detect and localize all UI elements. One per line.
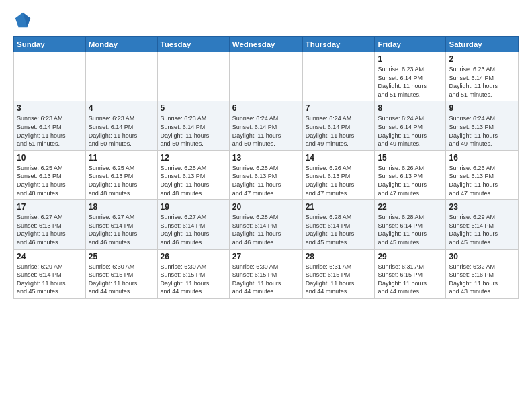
day-info: Sunrise: 6:23 AM Sunset: 6:14 PM Dayligh… [378,65,443,99]
day-number: 30 [449,252,515,261]
calendar-cell: 26Sunrise: 6:30 AM Sunset: 6:15 PM Dayli… [157,249,229,298]
calendar-cell [302,52,375,101]
day-number: 11 [89,153,154,163]
weekday-header-thursday: Thursday [302,37,375,52]
day-info: Sunrise: 6:28 AM Sunset: 6:14 PM Dayligh… [232,213,300,246]
day-number: 17 [17,202,83,212]
day-number: 9 [449,103,515,113]
calendar-cell: 10Sunrise: 6:25 AM Sunset: 6:13 PM Dayli… [14,150,86,199]
day-number: 10 [17,153,83,163]
day-number: 29 [378,252,443,261]
day-number: 21 [306,202,372,212]
calendar-cell: 6Sunrise: 6:24 AM Sunset: 6:14 PM Daylig… [229,101,302,150]
calendar-cell: 13Sunrise: 6:25 AM Sunset: 6:13 PM Dayli… [229,150,302,199]
day-info: Sunrise: 6:30 AM Sunset: 6:15 PM Dayligh… [161,263,226,296]
calendar-week-row: 10Sunrise: 6:25 AM Sunset: 6:13 PM Dayli… [14,150,519,199]
calendar-cell: 27Sunrise: 6:30 AM Sunset: 6:15 PM Dayli… [229,249,302,298]
day-info: Sunrise: 6:28 AM Sunset: 6:14 PM Dayligh… [306,213,372,246]
calendar-cell: 4Sunrise: 6:23 AM Sunset: 6:14 PM Daylig… [85,101,157,150]
day-info: Sunrise: 6:26 AM Sunset: 6:13 PM Dayligh… [378,164,443,197]
day-info: Sunrise: 6:24 AM Sunset: 6:13 PM Dayligh… [449,114,515,148]
weekday-header-friday: Friday [375,37,446,52]
calendar-cell: 2Sunrise: 6:23 AM Sunset: 6:14 PM Daylig… [446,52,519,101]
calendar-cell: 1Sunrise: 6:23 AM Sunset: 6:14 PM Daylig… [375,52,446,101]
calendar-cell [229,52,302,101]
day-info: Sunrise: 6:30 AM Sunset: 6:15 PM Dayligh… [89,263,154,296]
logo-icon [13,11,32,30]
day-info: Sunrise: 6:25 AM Sunset: 6:13 PM Dayligh… [232,164,300,197]
calendar-cell: 29Sunrise: 6:31 AM Sunset: 6:15 PM Dayli… [375,249,446,298]
day-number: 1 [378,54,443,64]
day-info: Sunrise: 6:25 AM Sunset: 6:13 PM Dayligh… [161,164,226,197]
day-number: 25 [89,252,154,261]
day-number: 22 [378,202,443,212]
day-info: Sunrise: 6:26 AM Sunset: 6:13 PM Dayligh… [306,164,372,197]
day-info: Sunrise: 6:23 AM Sunset: 6:14 PM Dayligh… [17,114,83,148]
calendar-cell: 11Sunrise: 6:25 AM Sunset: 6:13 PM Dayli… [85,150,157,199]
day-number: 5 [161,103,226,113]
calendar-cell: 14Sunrise: 6:26 AM Sunset: 6:13 PM Dayli… [302,150,375,199]
day-info: Sunrise: 6:26 AM Sunset: 6:13 PM Dayligh… [449,164,515,197]
day-number: 28 [306,252,372,261]
day-info: Sunrise: 6:31 AM Sunset: 6:15 PM Dayligh… [378,263,443,296]
day-info: Sunrise: 6:32 AM Sunset: 6:16 PM Dayligh… [449,263,515,296]
weekday-header-wednesday: Wednesday [229,37,302,52]
day-number: 23 [449,202,515,212]
day-number: 27 [232,252,300,261]
calendar-cell: 7Sunrise: 6:24 AM Sunset: 6:14 PM Daylig… [302,101,375,150]
day-number: 20 [232,202,300,212]
calendar-cell: 19Sunrise: 6:27 AM Sunset: 6:14 PM Dayli… [157,200,229,249]
day-number: 13 [232,153,300,163]
calendar-cell: 16Sunrise: 6:26 AM Sunset: 6:13 PM Dayli… [446,150,519,199]
calendar-cell: 20Sunrise: 6:28 AM Sunset: 6:14 PM Dayli… [229,200,302,249]
day-info: Sunrise: 6:29 AM Sunset: 6:14 PM Dayligh… [449,213,515,246]
day-info: Sunrise: 6:25 AM Sunset: 6:13 PM Dayligh… [17,164,83,197]
day-info: Sunrise: 6:24 AM Sunset: 6:14 PM Dayligh… [232,114,300,148]
day-number: 24 [17,252,83,261]
day-number: 7 [306,103,372,113]
calendar-cell: 9Sunrise: 6:24 AM Sunset: 6:13 PM Daylig… [446,101,519,150]
weekday-header-sunday: Sunday [14,37,86,52]
calendar-week-row: 1Sunrise: 6:23 AM Sunset: 6:14 PM Daylig… [14,52,519,101]
calendar-week-row: 24Sunrise: 6:29 AM Sunset: 6:14 PM Dayli… [14,249,519,298]
calendar-cell: 22Sunrise: 6:28 AM Sunset: 6:14 PM Dayli… [375,200,446,249]
day-number: 2 [449,54,515,64]
calendar-cell: 24Sunrise: 6:29 AM Sunset: 6:14 PM Dayli… [14,249,86,298]
header [13,11,519,30]
calendar-cell: 28Sunrise: 6:31 AM Sunset: 6:15 PM Dayli… [302,249,375,298]
day-info: Sunrise: 6:28 AM Sunset: 6:14 PM Dayligh… [378,213,443,246]
weekday-header-saturday: Saturday [446,37,519,52]
day-number: 12 [161,153,226,163]
calendar-cell: 25Sunrise: 6:30 AM Sunset: 6:15 PM Dayli… [85,249,157,298]
day-info: Sunrise: 6:27 AM Sunset: 6:14 PM Dayligh… [161,213,226,246]
calendar-cell [157,52,229,101]
logo [13,11,34,30]
calendar-cell: 17Sunrise: 6:27 AM Sunset: 6:13 PM Dayli… [14,200,86,249]
weekday-header-row: SundayMondayTuesdayWednesdayThursdayFrid… [14,37,519,52]
calendar-cell [85,52,157,101]
calendar-cell: 30Sunrise: 6:32 AM Sunset: 6:16 PM Dayli… [446,249,519,298]
day-info: Sunrise: 6:23 AM Sunset: 6:14 PM Dayligh… [449,65,515,99]
calendar-cell: 12Sunrise: 6:25 AM Sunset: 6:13 PM Dayli… [157,150,229,199]
day-number: 8 [378,103,443,113]
day-number: 26 [161,252,226,261]
calendar-cell: 15Sunrise: 6:26 AM Sunset: 6:13 PM Dayli… [375,150,446,199]
calendar-week-row: 17Sunrise: 6:27 AM Sunset: 6:13 PM Dayli… [14,200,519,249]
calendar-cell: 8Sunrise: 6:24 AM Sunset: 6:14 PM Daylig… [375,101,446,150]
calendar-table: SundayMondayTuesdayWednesdayThursdayFrid… [13,36,519,299]
weekday-header-monday: Monday [85,37,157,52]
day-info: Sunrise: 6:23 AM Sunset: 6:14 PM Dayligh… [89,114,154,148]
day-info: Sunrise: 6:31 AM Sunset: 6:15 PM Dayligh… [306,263,372,296]
calendar-cell: 5Sunrise: 6:23 AM Sunset: 6:14 PM Daylig… [157,101,229,150]
day-number: 18 [89,202,154,212]
day-info: Sunrise: 6:30 AM Sunset: 6:15 PM Dayligh… [232,263,300,296]
day-number: 19 [161,202,226,212]
day-number: 6 [232,103,300,113]
weekday-header-tuesday: Tuesday [157,37,229,52]
day-number: 3 [17,103,83,113]
day-info: Sunrise: 6:24 AM Sunset: 6:14 PM Dayligh… [306,114,372,148]
calendar-cell: 21Sunrise: 6:28 AM Sunset: 6:14 PM Dayli… [302,200,375,249]
day-number: 14 [306,153,372,163]
calendar-cell: 23Sunrise: 6:29 AM Sunset: 6:14 PM Dayli… [446,200,519,249]
day-number: 16 [449,153,515,163]
